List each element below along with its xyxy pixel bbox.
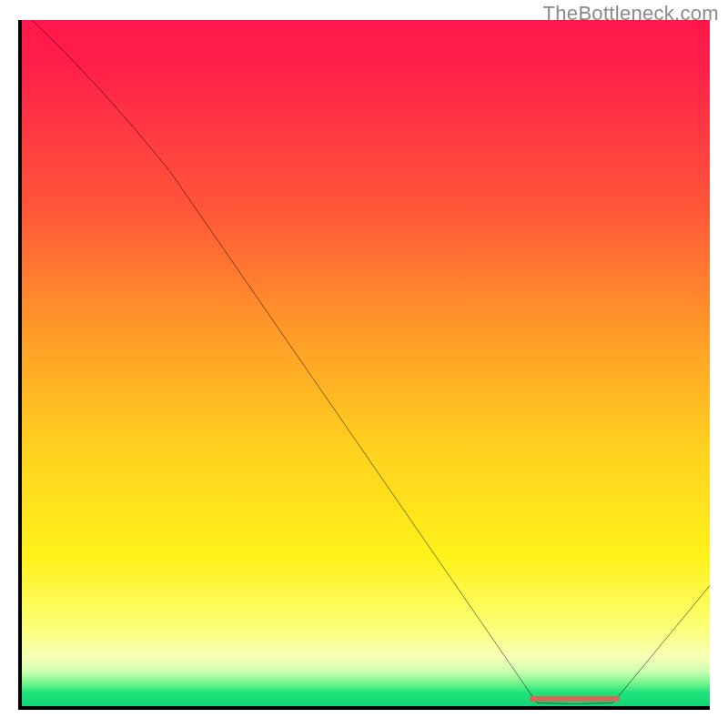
chart-container: TheBottleneck.com <box>0 0 728 728</box>
optimal-range-marker <box>530 696 620 702</box>
plot-area <box>18 20 710 710</box>
bottleneck-curve <box>18 20 710 710</box>
attribution-label: TheBottleneck.com <box>543 2 719 25</box>
